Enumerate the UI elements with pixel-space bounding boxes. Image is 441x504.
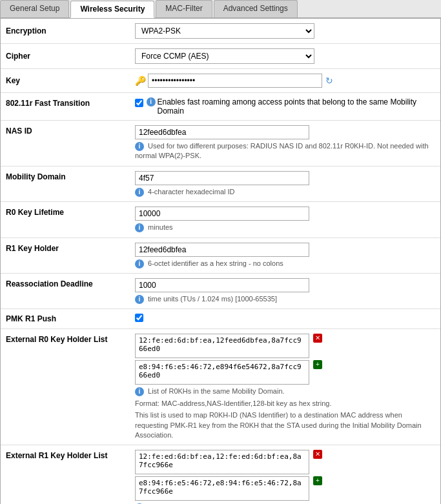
cipher-field: Force CCMP (AES) Auto TKIP CCMP bbox=[130, 44, 440, 69]
mobility-domain-row: Mobility Domain i 4-character hexadecima… bbox=[1, 166, 440, 201]
tab-mac-filter[interactable]: MAC-Filter bbox=[156, 0, 212, 17]
settings-table: Encryption WPA2-PSK WPA-PSK WPA2-EAP Non… bbox=[1, 19, 440, 504]
reassociation-deadline-hint: time units (TUs / 1.024 ms) [1000-65535] bbox=[148, 295, 277, 303]
ext-r0-row2-add-icon[interactable]: + bbox=[313, 360, 322, 369]
ext-r0-info-icon[interactable]: i bbox=[135, 387, 144, 396]
ext-r1-key-holder-field: 12:fe:ed:6d:bf:ea,12:fe:ed:6d:bf:ea,8a7f… bbox=[130, 445, 440, 504]
tab-wireless-security[interactable]: Wireless Security bbox=[70, 1, 154, 18]
fast-transition-row: 802.11r Fast Transition i Enables fast r… bbox=[1, 93, 440, 121]
ext-r0-key-holder-row: External R0 Key Holder List 12:fe:ed:6d:… bbox=[1, 329, 440, 445]
r0-key-lifetime-label: R0 Key Lifetime bbox=[1, 202, 130, 237]
nas-id-row: NAS ID i Used for two different purposes… bbox=[1, 121, 440, 166]
r1-key-holder-field: i 6-octet identifier as a hex string - n… bbox=[130, 237, 440, 273]
encryption-label: Encryption bbox=[1, 19, 130, 44]
r1-key-holder-info-icon[interactable]: i bbox=[135, 259, 144, 268]
ext-r1-row1-delete-icon[interactable]: ✕ bbox=[313, 450, 322, 459]
mobility-domain-label: Mobility Domain bbox=[1, 166, 130, 201]
key-input[interactable] bbox=[148, 74, 322, 88]
reassociation-deadline-input[interactable] bbox=[135, 278, 309, 292]
mobility-domain-info-icon[interactable]: i bbox=[135, 188, 144, 197]
encryption-field: WPA2-PSK WPA-PSK WPA2-EAP None bbox=[130, 19, 440, 44]
reassociation-deadline-row: Reassociation Deadline i time units (TUs… bbox=[1, 273, 440, 308]
nas-id-label: NAS ID bbox=[1, 121, 130, 166]
pmk-r1-push-checkbox[interactable] bbox=[135, 314, 143, 322]
fast-transition-info-icon[interactable]: i bbox=[147, 97, 156, 106]
ext-r1-key-holder-row: External R1 Key Holder List 12:fe:ed:6d:… bbox=[1, 445, 440, 504]
tab-general-setup[interactable]: General Setup bbox=[0, 0, 69, 17]
r1-key-holder-input[interactable] bbox=[135, 243, 309, 257]
mobility-domain-field: i 4-character hexadecimal ID bbox=[130, 166, 440, 201]
reassociation-deadline-field: i time units (TUs / 1.024 ms) [1000-6553… bbox=[130, 273, 440, 308]
r1-key-holder-row: R1 Key Holder i 6-octet identifier as a … bbox=[1, 237, 440, 273]
nas-id-info-icon[interactable]: i bbox=[135, 142, 144, 151]
key-field: 🔑 ↻ bbox=[130, 69, 440, 93]
ext-r1-key-holder-label: External R1 Key Holder List bbox=[1, 445, 130, 504]
r0-key-lifetime-hint: minutes bbox=[148, 223, 173, 231]
key-label: Key bbox=[1, 69, 130, 93]
ext-r0-hint2: Format: MAC-address,NAS-Identifier,128-b… bbox=[135, 399, 435, 408]
ext-r0-hint3: This list is used to map R0KH-ID (NAS Id… bbox=[135, 410, 435, 440]
cipher-select[interactable]: Force CCMP (AES) Auto TKIP CCMP bbox=[135, 48, 314, 64]
r1-key-holder-hint: 6-octet identifier as a hex string - no … bbox=[148, 259, 283, 267]
ext-r0-row1-delete-icon[interactable]: ✕ bbox=[313, 334, 322, 343]
fast-transition-hint: Enables fast roaming among access points… bbox=[158, 97, 436, 116]
r0-key-lifetime-field: i minutes bbox=[130, 202, 440, 237]
pmk-r1-push-label: PMK R1 Push bbox=[1, 309, 130, 329]
fast-transition-checkbox[interactable] bbox=[135, 99, 143, 107]
ext-r0-key-holder-textarea-2[interactable]: e8:94:f6:e5:46:72,e894f6e54672,8a7fcc966… bbox=[135, 360, 309, 385]
mobility-domain-input[interactable] bbox=[135, 171, 309, 185]
r0-key-lifetime-row: R0 Key Lifetime i minutes bbox=[1, 202, 440, 237]
ext-r0-key-holder-label: External R0 Key Holder List bbox=[1, 329, 130, 445]
nas-id-hint: Used for two different purposes: RADIUS … bbox=[135, 142, 429, 159]
r0-key-lifetime-info-icon[interactable]: i bbox=[135, 223, 144, 232]
reassociation-deadline-label: Reassociation Deadline bbox=[1, 273, 130, 308]
ext-r1-row2-add-icon[interactable]: + bbox=[313, 476, 322, 485]
tab-advanced-settings[interactable]: Advanced Settings bbox=[214, 0, 298, 17]
ext-r1-key-holder-textarea-1[interactable]: 12:fe:ed:6d:bf:ea,12:fe:ed:6d:bf:ea,8a7f… bbox=[135, 450, 309, 474]
pmk-r1-push-row: PMK R1 Push bbox=[1, 309, 440, 329]
nas-id-input[interactable] bbox=[135, 125, 309, 139]
fast-transition-field: i Enables fast roaming among access poin… bbox=[130, 93, 440, 121]
pmk-r1-push-field bbox=[130, 309, 440, 329]
cipher-row: Cipher Force CCMP (AES) Auto TKIP CCMP bbox=[1, 44, 440, 69]
r0-key-lifetime-input[interactable] bbox=[135, 207, 309, 221]
cipher-label: Cipher bbox=[1, 44, 130, 69]
ext-r0-hint1: List of R0KHs in the same Mobility Domai… bbox=[148, 387, 285, 395]
nas-id-field: i Used for two different purposes: RADIU… bbox=[130, 121, 440, 166]
ext-r1-key-holder-textarea-2[interactable]: e8:94:f6:e5:46:72,e8:94:f6:e5:46:72,8a7f… bbox=[135, 476, 309, 501]
encryption-row: Encryption WPA2-PSK WPA-PSK WPA2-EAP Non… bbox=[1, 19, 440, 44]
key-row: Key 🔑 ↻ bbox=[1, 69, 440, 93]
ext-r0-key-holder-field: 12:fe:ed:6d:bf:ea,12feed6dbfea,8a7fcc966… bbox=[130, 329, 440, 445]
tab-bar: General Setup Wireless Security MAC-Filt… bbox=[0, 0, 441, 19]
mobility-domain-hint: 4-character hexadecimal ID bbox=[148, 188, 235, 196]
r1-key-holder-label: R1 Key Holder bbox=[1, 237, 130, 273]
reassociation-deadline-info-icon[interactable]: i bbox=[135, 295, 144, 304]
ext-r0-key-holder-textarea-1[interactable]: 12:fe:ed:6d:bf:ea,12feed6dbfea,8a7fcc966… bbox=[135, 334, 309, 358]
refresh-icon[interactable]: ↻ bbox=[325, 76, 336, 86]
key-icon: 🔑 bbox=[135, 76, 146, 86]
fast-transition-label: 802.11r Fast Transition bbox=[1, 93, 130, 121]
content-area: Encryption WPA2-PSK WPA-PSK WPA2-EAP Non… bbox=[0, 19, 441, 504]
encryption-select[interactable]: WPA2-PSK WPA-PSK WPA2-EAP None bbox=[135, 23, 314, 39]
